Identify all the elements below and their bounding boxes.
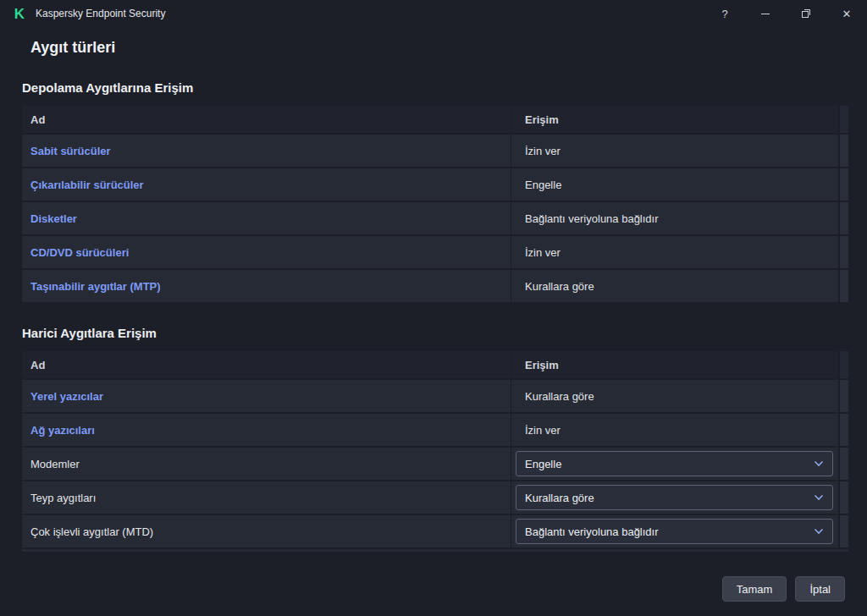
device-link-portable-mtp[interactable]: Taşınabilir aygıtlar (MTP) [30, 280, 161, 293]
table-row: Taşınabilir aygıtlar (MTP) Kurallara gör… [22, 270, 848, 302]
kaspersky-logo-icon: K [12, 6, 27, 21]
table-row: Çok işlevli aygıtlar (MTD) Bağlantı veri… [22, 515, 848, 547]
dropdown-value: Kurallara göre [525, 492, 594, 504]
titlebar: K Kaspersky Endpoint Security ? ✕ [0, 0, 867, 27]
table-row: Sabit sürücüler İzin ver [22, 135, 848, 167]
dropdown-value: Bağlantı veriyoluna bağlıdır [525, 525, 659, 538]
chevron-down-icon [814, 494, 824, 501]
window-title: Kaspersky Endpoint Security [36, 8, 165, 19]
scrollbar[interactable] [838, 380, 848, 412]
column-header-access: Erişim [511, 106, 838, 133]
scrollbar[interactable] [838, 515, 848, 547]
chevron-down-icon [814, 460, 824, 467]
table-row: Yerel yazıcılar Kurallara göre [22, 380, 848, 412]
table-row: Modemler Engelle [22, 448, 848, 480]
device-link-removable-drives[interactable]: Çıkarılabilir sürücüler [30, 179, 144, 191]
column-header-name: Ad [22, 351, 511, 378]
close-button[interactable]: ✕ [826, 0, 867, 27]
scrollbar[interactable] [838, 135, 848, 167]
scrollbar[interactable] [838, 236, 848, 268]
scrollbar[interactable] [838, 106, 848, 133]
access-value: Engelle [525, 179, 561, 191]
access-value: Kurallara göre [525, 280, 594, 293]
device-link-cd-dvd[interactable]: CD/DVD sürücüleri [30, 246, 129, 259]
dialog-footer: Tamam İptal [722, 576, 845, 602]
dropdown-value: Engelle [525, 458, 561, 470]
access-dropdown-tape[interactable]: Kurallara göre [516, 485, 833, 510]
access-value: İzin ver [525, 145, 561, 157]
device-link-floppy-disks[interactable]: Disketler [30, 212, 77, 225]
scrollbar[interactable] [838, 270, 848, 302]
table-row: CD/DVD sürücüleri İzin ver [22, 236, 848, 268]
device-name-modems: Modemler [30, 458, 80, 470]
table-row: Disketler Bağlantı veriyoluna bağlıdır [22, 202, 848, 234]
table-row: Çıkarılabilir sürücüler Engelle [22, 168, 848, 201]
access-value: İzin ver [525, 246, 561, 259]
scrollbar[interactable] [838, 202, 848, 234]
access-value: İzin ver [525, 424, 561, 437]
access-value: Kurallara göre [525, 390, 594, 403]
ok-button[interactable]: Tamam [722, 576, 787, 602]
scrollbar[interactable] [838, 168, 848, 201]
partial-row [22, 549, 848, 552]
window-controls: ? ✕ [704, 0, 867, 27]
device-link-network-printers[interactable]: Ağ yazıcıları [30, 424, 95, 437]
access-dropdown-modems[interactable]: Engelle [516, 451, 833, 476]
table-row: Teyp aygıtları Kurallara göre [22, 481, 848, 514]
table-row: Ağ yazıcıları İzin ver [22, 414, 848, 446]
column-header-name: Ad [22, 106, 511, 133]
minimize-button[interactable] [745, 0, 786, 27]
device-name-multifunction: Çok işlevli aygıtlar (MTD) [30, 525, 153, 538]
scrollbar[interactable] [838, 448, 848, 480]
section-heading-external: Harici Aygıtlara Erişim [22, 326, 848, 340]
scrollbar[interactable] [838, 351, 848, 378]
chevron-down-icon [814, 528, 824, 535]
external-devices-table: Ad Erişim Yerel yazıcılar Kurallara göre… [22, 351, 848, 552]
section-heading-storage: Depolama Aygıtlarına Erişim [22, 80, 848, 95]
page-title: Aygıt türleri [30, 39, 867, 57]
scrollbar[interactable] [838, 481, 848, 514]
device-link-local-printers[interactable]: Yerel yazıcılar [30, 390, 103, 403]
column-header-access: Erişim [511, 351, 838, 378]
storage-devices-table: Ad Erişim Sabit sürücüler İzin ver Çıkar… [22, 106, 848, 302]
restore-icon [801, 8, 811, 19]
app-window: K Kaspersky Endpoint Security ? ✕ Aygıt … [0, 0, 867, 616]
access-dropdown-multifunction[interactable]: Bağlantı veriyoluna bağlıdır [516, 519, 833, 544]
content: Depolama Aygıtlarına Erişim Ad Erişim Sa… [0, 80, 867, 552]
minimize-icon [761, 14, 770, 14]
device-name-tape: Teyp aygıtları [30, 492, 96, 504]
device-link-hard-drives[interactable]: Sabit sürücüler [30, 145, 111, 157]
cancel-button[interactable]: İptal [795, 576, 845, 602]
maximize-button[interactable] [786, 0, 826, 27]
table-header: Ad Erişim [22, 106, 848, 133]
table-header: Ad Erişim [22, 351, 848, 378]
scrollbar[interactable] [838, 414, 848, 446]
help-button[interactable]: ? [704, 0, 745, 27]
access-value: Bağlantı veriyoluna bağlıdır [525, 212, 659, 225]
